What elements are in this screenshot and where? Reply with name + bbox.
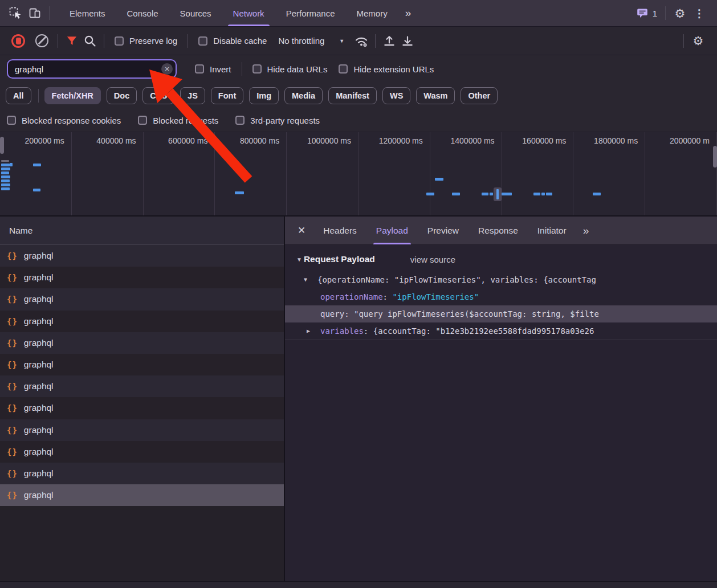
network-conditions-icon[interactable] [352,32,370,50]
issues-indicator[interactable]: 1 [634,8,661,18]
filter-input[interactable] [7,59,177,79]
hide-extension-urls-checkbox[interactable]: Hide extension URLs [339,64,434,74]
network-overview-timeline[interactable]: 200000 ms400000 ms600000 ms800000 ms1000… [0,132,717,217]
expand-icon[interactable]: ▶ [307,322,310,340]
request-name: graphql [24,403,54,413]
inspect-element-icon[interactable] [6,3,25,23]
request-row[interactable]: {}graphql [0,484,284,506]
xhr-braces-icon: {} [7,295,18,304]
issues-count: 1 [653,9,657,18]
tab-elements[interactable]: Elements [59,0,116,26]
tab-performance[interactable]: Performance [275,0,346,26]
details-tab-headers[interactable]: Headers [313,217,366,244]
collapse-icon[interactable]: ▼ [296,256,302,263]
tab-memory[interactable]: Memory [346,0,398,26]
filter-funnel-icon[interactable] [63,32,81,50]
requests-list: {}graphql{}graphql{}graphql{}graphql{}gr… [0,245,284,581]
settings-gear-icon[interactable]: ⚙ [670,3,690,23]
chip-other[interactable]: Other [461,87,498,104]
device-toolbar-icon[interactable] [25,3,44,23]
collapse-icon[interactable]: ▼ [304,271,307,288]
payload-row-variables[interactable]: ▶ variables: {accountTag: "b12e3b2192ee5… [285,322,717,340]
overview-tick-labels: 200000 ms400000 ms600000 ms800000 ms1000… [0,132,717,149]
overview-left-handle[interactable] [0,137,4,154]
chip-fetch-xhr[interactable]: Fetch/XHR [44,87,101,104]
request-row[interactable]: {}graphql [0,441,284,463]
invert-checkbox[interactable]: Invert [195,64,231,74]
details-more-tabs-icon[interactable]: » [576,224,595,237]
details-tab-initiator[interactable]: Initiator [528,217,576,244]
blocked-requests-checkbox[interactable]: Blocked requests [138,116,218,125]
chip-img[interactable]: Img [249,87,279,104]
chip-ws[interactable]: WS [382,87,410,104]
request-row[interactable]: {}graphql [0,419,284,441]
disable-cache-checkbox[interactable]: Disable cache [198,36,267,46]
request-timing-bar [490,193,493,195]
kebab-menu-icon[interactable]: ⋮ [690,3,709,23]
name-column-header[interactable]: Name [0,217,284,245]
divider [38,89,39,103]
overview-tick: 1400000 ms [430,132,502,149]
chip-css[interactable]: CSS [142,87,174,104]
xhr-braces-icon: {} [7,251,18,260]
xhr-braces-icon: {} [7,273,18,282]
chip-all[interactable]: All [6,87,31,104]
preserve-log-checkbox[interactable]: Preserve log [115,36,177,46]
payload-row-operationName[interactable]: operationName: "ipFlowTimeseries" [285,288,717,305]
overview-tick: 2000000 m [645,132,717,149]
clear-filter-icon[interactable]: ✕ [161,63,173,75]
import-har-icon[interactable] [380,32,398,50]
request-row[interactable]: {}graphql [0,397,284,419]
window-bottom-edge [0,581,717,588]
payload-row-query[interactable]: query: "query ipFlowTimeseries($accountT… [285,305,717,322]
chip-wasm[interactable]: Wasm [416,87,455,104]
request-row[interactable]: {}graphql [0,354,284,375]
view-source-link[interactable]: view source [410,255,455,264]
request-row[interactable]: {}graphql [0,288,284,310]
clear-network-log-button[interactable] [35,34,48,47]
close-details-icon[interactable]: ✕ [291,224,313,236]
request-row[interactable]: {}graphql [0,245,284,267]
overview-tick: 1800000 ms [573,132,645,149]
more-tabs-icon[interactable]: » [398,7,417,19]
request-name: graphql [24,316,54,326]
tab-console[interactable]: Console [116,0,169,26]
request-row[interactable]: {}graphql [0,311,284,332]
xhr-braces-icon: {} [7,426,18,435]
chip-js[interactable]: JS [180,87,205,104]
advanced-filters-row: Blocked response cookiesBlocked requests… [0,109,717,132]
chip-media[interactable]: Media [284,87,323,104]
checkbox-box [252,64,262,74]
tab-network[interactable]: Network [222,0,275,26]
request-timing-bar [33,164,41,166]
3rd-party-requests-checkbox[interactable]: 3rd-party requests [235,116,320,125]
export-har-icon[interactable] [398,32,417,50]
request-row[interactable]: {}graphql [0,332,284,354]
network-settings-gear-icon[interactable]: ⚙ [689,31,708,51]
request-row[interactable]: {}graphql [0,463,284,484]
details-tab-preview[interactable]: Preview [418,217,469,244]
overview-right-handle[interactable] [713,146,717,168]
search-icon[interactable] [81,32,99,50]
request-row[interactable]: {}graphql [0,267,284,288]
chip-doc[interactable]: Doc [107,87,137,104]
payload-summary-row[interactable]: ▼ {operationName: "ipFlowTimeseries", va… [285,271,717,288]
payload-pane: ▼ Request Payload view source ▼ {operati… [285,245,717,581]
checkbox-box [198,36,207,46]
throttling-dropdown[interactable]: No throttling ▼ [278,36,344,46]
details-tab-payload[interactable]: Payload [366,217,418,244]
chip-manifest[interactable]: Manifest [328,87,377,104]
hide-data-urls-checkbox[interactable]: Hide data URLs [252,64,328,74]
request-name: graphql [24,381,54,391]
chip-font[interactable]: Font [211,87,243,104]
record-network-log-button[interactable] [11,34,25,48]
request-timing-bar [1,164,10,166]
xhr-braces-icon: {} [7,338,18,348]
overview-tick: 1000000 ms [287,132,358,149]
request-row[interactable]: {}graphql [0,375,284,397]
details-tab-response[interactable]: Response [469,217,528,244]
request-timing-bar [435,178,443,181]
request-timing-bar [1,168,10,170]
blocked-response-cookies-checkbox[interactable]: Blocked response cookies [7,116,121,125]
tab-sources[interactable]: Sources [169,0,222,26]
